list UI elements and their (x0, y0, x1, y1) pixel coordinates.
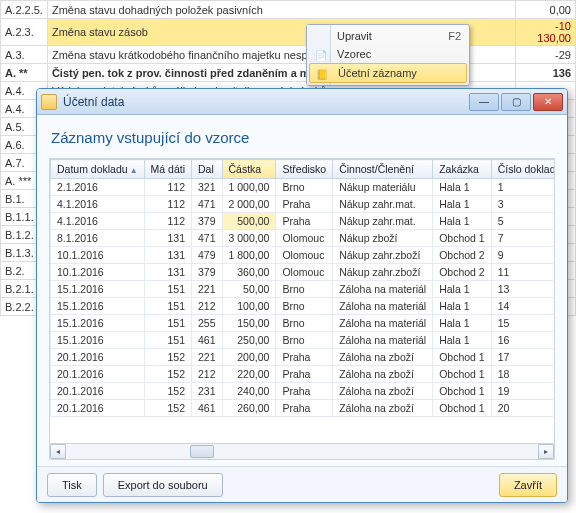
table-row[interactable]: 20.1.2016152461260,00PrahaZáloha na zbož… (51, 400, 555, 417)
cell: 500,00 (222, 213, 276, 230)
cell: 100,00 (222, 298, 276, 315)
table-row[interactable]: 20.1.2016152212220,00PrahaZáloha na zbož… (51, 366, 555, 383)
table-row[interactable]: 15.1.201615122150,00BrnoZáloha na materi… (51, 281, 555, 298)
bg-row[interactable]: A.2.3.Změna stavu zásob-10 130,00 (1, 19, 576, 46)
cell: Hala 1 (433, 315, 492, 332)
column-header[interactable]: Činnost/Členění (333, 160, 433, 179)
cell: Praha (276, 196, 333, 213)
cell: Brno (276, 298, 333, 315)
column-header[interactable]: Datum dokladu▲ (51, 160, 145, 179)
cell: Nákup zahr.mat. (333, 196, 433, 213)
bg-row[interactable]: A.2.2.5.Změna stavu dohadných položek pa… (1, 1, 576, 19)
cell: Obchod 1 (433, 383, 492, 400)
cell: 11 (491, 264, 554, 281)
cell: 379 (191, 264, 222, 281)
table-row[interactable]: 20.1.2016152221200,00PrahaZáloha na zbož… (51, 349, 555, 366)
scroll-left-button[interactable]: ◂ (50, 444, 66, 459)
cell: 220,00 (222, 366, 276, 383)
table-row[interactable]: 15.1.2016151255150,00BrnoZáloha na mater… (51, 315, 555, 332)
cell: 19 (491, 383, 554, 400)
cell: 221 (191, 349, 222, 366)
cell: 212 (191, 366, 222, 383)
cell: Hala 1 (433, 332, 492, 349)
column-header[interactable]: Středisko (276, 160, 333, 179)
cell: Praha (276, 366, 333, 383)
cell: 4.1.2016 (51, 213, 145, 230)
cell: 15 (491, 315, 554, 332)
data-grid[interactable]: Datum dokladu▲Má dátiDalČástkaStřediskoČ… (49, 158, 555, 460)
table-row[interactable]: 10.1.20161314791 800,00OlomoucNákup zahr… (51, 247, 555, 264)
column-header[interactable]: Má dáti (144, 160, 191, 179)
cell: 112 (144, 179, 191, 196)
bg-row[interactable]: A.3.Změna stavu krátkodobého finančního … (1, 46, 576, 64)
cell: 152 (144, 383, 191, 400)
menu-item-vzorec[interactable]: 📄Vzorec (309, 45, 467, 63)
scroll-thumb[interactable] (190, 445, 214, 458)
minimize-button[interactable]: — (469, 93, 499, 111)
cell: Záloha na materiál (333, 298, 433, 315)
cell: 360,00 (222, 264, 276, 281)
cell: 379 (191, 213, 222, 230)
cell: 50,00 (222, 281, 276, 298)
cell: 14 (491, 298, 554, 315)
cell: 260,00 (222, 400, 276, 417)
scroll-right-button[interactable]: ▸ (538, 444, 554, 459)
table-row[interactable]: 15.1.2016151461250,00BrnoZáloha na mater… (51, 332, 555, 349)
menu-item-label: Vzorec (337, 48, 371, 60)
column-header[interactable]: Číslo dokladu (491, 160, 554, 179)
table-row[interactable]: 4.1.2016112379500,00PrahaNákup zahr.mat.… (51, 213, 555, 230)
cell: 112 (144, 213, 191, 230)
column-header[interactable]: Zakázka (433, 160, 492, 179)
cell: 471 (191, 230, 222, 247)
cell: Hala 1 (433, 298, 492, 315)
cell: 8.1.2016 (51, 230, 145, 247)
cell: 20 (491, 400, 554, 417)
cell: Praha (276, 349, 333, 366)
cell: 200,00 (222, 349, 276, 366)
cell: Praha (276, 213, 333, 230)
cell: 131 (144, 264, 191, 281)
table-row[interactable]: 4.1.20161124712 000,00PrahaNákup zahr.ma… (51, 196, 555, 213)
maximize-button[interactable]: ▢ (501, 93, 531, 111)
table-row[interactable]: 2.1.20161123211 000,00BrnoNákup materiál… (51, 179, 555, 196)
cell: 10.1.2016 (51, 264, 145, 281)
table-row[interactable]: 10.1.2016131379360,00OlomoucNákup zahr.z… (51, 264, 555, 281)
close-button[interactable]: ✕ (533, 93, 563, 111)
cell: Nákup zboží (333, 230, 433, 247)
cell: Brno (276, 315, 333, 332)
dialog-title: Účetní data (63, 95, 467, 109)
bg-row[interactable]: A. **Čistý pen. tok z prov. činnosti pře… (1, 64, 576, 82)
column-header[interactable]: Částka (222, 160, 276, 179)
cell: 131 (144, 247, 191, 264)
cell: Praha (276, 383, 333, 400)
close-dialog-button[interactable]: Zavřít (499, 473, 557, 497)
menu-item-upravit[interactable]: UpravitF2 (309, 27, 467, 45)
table-row[interactable]: 15.1.2016151212100,00BrnoZáloha na mater… (51, 298, 555, 315)
cell: Obchod 1 (433, 349, 492, 366)
cell: Záloha na materiál (333, 281, 433, 298)
cell: Záloha na zboží (333, 400, 433, 417)
horizontal-scrollbar[interactable]: ◂ ▸ (50, 443, 554, 459)
menu-item-účetní-záznamy[interactable]: 📒Účetní záznamy (309, 63, 467, 83)
cell: Hala 1 (433, 196, 492, 213)
cell: 151 (144, 298, 191, 315)
cell: 1 (491, 179, 554, 196)
menu-item-icon: 📄 (313, 47, 329, 63)
cell: 151 (144, 315, 191, 332)
table-row[interactable]: 20.1.2016152231240,00PrahaZáloha na zbož… (51, 383, 555, 400)
cell: 152 (144, 400, 191, 417)
table-row[interactable]: 8.1.20161314713 000,00OlomoucNákup zboží… (51, 230, 555, 247)
cell: 240,00 (222, 383, 276, 400)
dialog-titlebar[interactable]: Účetní data — ▢ ✕ (37, 89, 567, 115)
cell: 151 (144, 332, 191, 349)
column-header[interactable]: Dal (191, 160, 222, 179)
cell: Obchod 2 (433, 247, 492, 264)
cell: 112 (144, 196, 191, 213)
cell: 2.1.2016 (51, 179, 145, 196)
cell: Olomouc (276, 247, 333, 264)
export-button[interactable]: Export do souboru (103, 473, 223, 497)
print-button[interactable]: Tisk (47, 473, 97, 497)
cell: Obchod 1 (433, 366, 492, 383)
cell: Brno (276, 179, 333, 196)
cell: 221 (191, 281, 222, 298)
